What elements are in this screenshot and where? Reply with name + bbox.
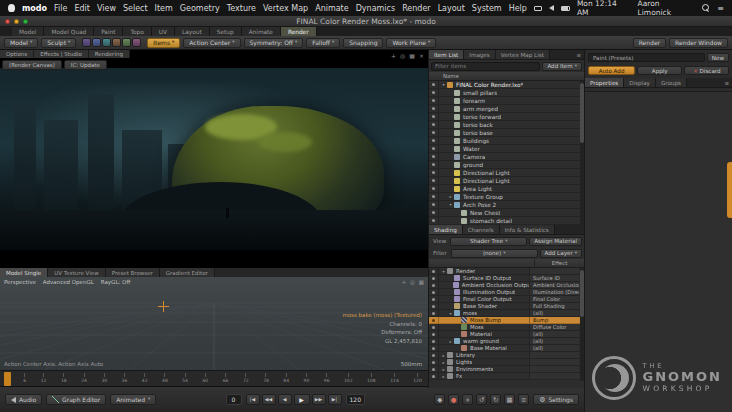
visibility-eye-icon[interactable] bbox=[429, 331, 439, 337]
falloff-dropdown[interactable]: Falloff▾ bbox=[306, 38, 340, 48]
effect-column-header[interactable]: Effect bbox=[534, 259, 584, 267]
go-to-start-button[interactable]: |◀ bbox=[246, 394, 260, 405]
shading-mode-dropdown[interactable]: Advanced OpenGL bbox=[43, 279, 94, 285]
item-list-row[interactable]: Camera bbox=[429, 153, 584, 161]
visibility-eye-icon[interactable] bbox=[429, 275, 439, 281]
menubar-item[interactable]: Dynamics bbox=[356, 4, 395, 13]
layer-effect[interactable]: (all) bbox=[529, 331, 579, 337]
spotlight-search-icon[interactable] bbox=[702, 4, 710, 12]
step-back-button[interactable]: ◀ bbox=[278, 394, 292, 405]
materials-tool-icon[interactable] bbox=[112, 38, 121, 47]
pan-view-icon[interactable]: + bbox=[401, 279, 406, 285]
shader-tree-view-dropdown[interactable]: Shader Tree▾ bbox=[450, 237, 527, 246]
layer-effect[interactable] bbox=[529, 352, 579, 358]
expand-arrow-icon[interactable]: ▾ bbox=[440, 269, 447, 274]
visibility-eye-icon[interactable] bbox=[429, 201, 439, 208]
item-list-row[interactable]: ▸ Texture Group bbox=[429, 193, 584, 201]
close-window-button[interactable] bbox=[5, 19, 10, 24]
item-list-row[interactable]: small pillars bbox=[429, 89, 584, 97]
previous-key-button[interactable]: ◀◀ bbox=[262, 394, 276, 405]
menubar-item[interactable]: Help bbox=[509, 4, 527, 13]
shader-tree-row[interactable]: Moss Diffuse Color bbox=[429, 324, 584, 331]
apply-button[interactable]: Apply bbox=[637, 66, 682, 75]
item-list-row[interactable]: torso base bbox=[429, 129, 584, 137]
layer-effect[interactable]: Illumination (Direct) bbox=[529, 289, 579, 295]
grid-toggle-icon[interactable]: ▦ bbox=[419, 279, 424, 285]
render-window-button[interactable]: Render Window bbox=[669, 38, 728, 48]
expand-arrow-icon[interactable]: ▾ bbox=[440, 82, 447, 87]
model-viewport-tab[interactable]: Preset Browser bbox=[106, 268, 160, 277]
auto-add-button[interactable]: Auto Add bbox=[588, 66, 635, 75]
shader-tree-row[interactable]: Base Material (all) bbox=[429, 345, 584, 352]
visibility-eye-icon[interactable] bbox=[429, 153, 439, 160]
pivot-tool-icon[interactable] bbox=[132, 38, 141, 47]
window-titlebar[interactable]: FINAL Color Render Moss.lxo* - modo bbox=[0, 16, 732, 27]
layer-effect[interactable]: (all) bbox=[529, 310, 579, 316]
visibility-eye-icon[interactable] bbox=[429, 169, 439, 176]
volume-icon[interactable] bbox=[549, 5, 554, 11]
visibility-eye-icon[interactable] bbox=[429, 217, 439, 224]
side-palette-tab[interactable] bbox=[727, 162, 732, 218]
shader-tree-row[interactable]: ▸ warm ground (all) bbox=[429, 338, 584, 345]
layer-effect[interactable]: (all) bbox=[529, 338, 579, 344]
properties-tab[interactable]: Display bbox=[624, 78, 656, 87]
shading-tab[interactable]: Channels bbox=[463, 225, 500, 234]
visibility-eye-icon[interactable] bbox=[429, 310, 439, 316]
layout-tab[interactable]: Layout bbox=[175, 27, 210, 36]
battery-icon[interactable] bbox=[561, 6, 570, 11]
animated-dropdown[interactable]: Animated▾ bbox=[110, 394, 156, 405]
shader-tree-row[interactable]: ▾ Render bbox=[429, 268, 584, 275]
visibility-eye-icon[interactable] bbox=[429, 268, 439, 274]
vertices-tool-icon[interactable] bbox=[82, 38, 91, 47]
add-layer-button[interactable]: Add Layer▾ bbox=[540, 249, 582, 258]
layer-effect[interactable]: Diffuse Color bbox=[529, 324, 579, 330]
filter-items-input[interactable] bbox=[431, 62, 540, 71]
shader-tree-row[interactable]: Base Shader Full Shading bbox=[429, 303, 584, 310]
visibility-eye-icon[interactable] bbox=[429, 129, 439, 136]
layer-effect[interactable] bbox=[529, 268, 579, 274]
model-viewport-tab[interactable]: Gradient Editor bbox=[160, 268, 215, 277]
menubar-item[interactable]: File bbox=[54, 4, 67, 13]
menubar-item[interactable]: Item bbox=[155, 4, 173, 13]
grid-toggle-icon[interactable]: ▦ bbox=[409, 52, 415, 59]
layer-effect[interactable]: Surface ID bbox=[529, 275, 579, 281]
menubar-item[interactable]: System bbox=[472, 4, 502, 13]
visibility-eye-icon[interactable] bbox=[429, 177, 439, 184]
expand-arrow-icon[interactable]: ▸ bbox=[440, 353, 447, 358]
layout-tab[interactable]: Topo bbox=[123, 27, 151, 36]
model-mode-dropdown[interactable]: Model▾ bbox=[4, 38, 38, 48]
shader-tree-row[interactable]: Material (all) bbox=[429, 331, 584, 338]
raygl-toggle[interactable]: RayGL: Off bbox=[101, 279, 130, 285]
visibility-eye-icon[interactable] bbox=[429, 373, 439, 379]
layer-effect[interactable]: Full Shading bbox=[529, 303, 579, 309]
display-status-icon[interactable] bbox=[534, 6, 542, 11]
name-column-header[interactable]: Name bbox=[443, 73, 459, 79]
minimize-window-button[interactable] bbox=[14, 19, 19, 24]
preset-name-label[interactable]: Paint (Presets) bbox=[588, 53, 705, 62]
autokey-icon[interactable]: ● bbox=[448, 394, 459, 405]
app-menu[interactable]: modo bbox=[22, 4, 47, 13]
new-preset-button[interactable]: New bbox=[707, 53, 729, 62]
layer-effect[interactable] bbox=[529, 366, 579, 372]
visibility-eye-icon[interactable] bbox=[429, 121, 439, 128]
item-list-tab[interactable]: Vertex Map List bbox=[496, 50, 550, 59]
pan-view-icon[interactable]: + bbox=[391, 52, 396, 59]
menubar-item[interactable]: Edit bbox=[74, 4, 90, 13]
timeline[interactable]: 0612182430364248546066727884909610210811… bbox=[0, 370, 428, 386]
shader-tree-row[interactable]: Illumination Output Illumination (Direct… bbox=[429, 289, 584, 296]
visibility-eye-icon[interactable] bbox=[429, 209, 439, 216]
menubar-item[interactable]: Animate bbox=[315, 4, 349, 13]
zoom-window-button[interactable] bbox=[23, 19, 28, 24]
shader-tree-row[interactable]: ▾ moss (all) bbox=[429, 310, 584, 317]
menubar-item[interactable]: Texture bbox=[227, 4, 256, 13]
shader-tree-row[interactable]: Surface ID Output Surface ID bbox=[429, 275, 584, 282]
expand-arrow-icon[interactable]: ▾ bbox=[447, 202, 454, 207]
orbit-view-icon[interactable]: ◎ bbox=[400, 52, 405, 59]
visibility-eye-icon[interactable] bbox=[429, 352, 439, 358]
render-canvas-tab[interactable]: Rendering bbox=[89, 50, 130, 58]
polygons-tool-icon[interactable] bbox=[102, 38, 111, 47]
center-tool-icon[interactable] bbox=[122, 38, 131, 47]
edges-tool-icon[interactable] bbox=[92, 38, 101, 47]
render-canvas-button[interactable]: (Render Canvas) bbox=[2, 60, 62, 70]
settings-button[interactable]: ⚙Settings bbox=[533, 394, 579, 405]
